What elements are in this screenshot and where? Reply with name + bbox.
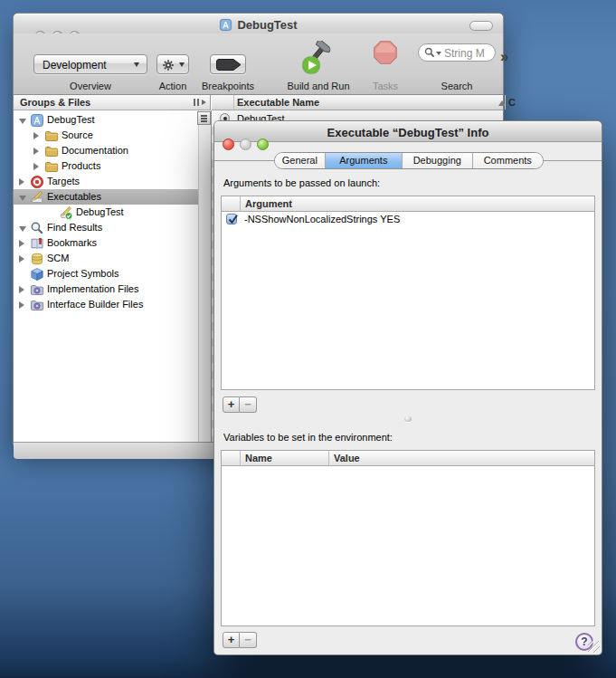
main-toolbar: Development Overview Action Breakpoints [14, 33, 503, 95]
sidebar-item-label: Products [62, 160, 100, 171]
sidebar-scrollbar[interactable] [198, 110, 211, 442]
xcode-project-icon [30, 113, 44, 128]
disclosure-triangle-icon[interactable] [19, 226, 26, 232]
sidebar-item-source[interactable]: Source [14, 128, 198, 143]
search-icon [424, 47, 435, 58]
folder-icon [44, 144, 59, 158]
disclosure-triangle-icon[interactable] [19, 119, 26, 124]
sidebar-item-find-results[interactable]: Find Results [14, 220, 198, 235]
sidebar-item-label: Project Symbols [47, 268, 118, 279]
sidebar-item-implementation-files[interactable]: Implementation Files [14, 282, 198, 297]
sidebar-item-project-symbols[interactable]: Project Symbols [14, 266, 198, 282]
variables-table[interactable]: Name Value [221, 450, 595, 626]
add-variable-button[interactable]: + [223, 632, 240, 648]
search-input[interactable]: String M [418, 43, 496, 62]
sidebar-item-label: Bookmarks [47, 237, 97, 248]
argument-row[interactable]: -NSShowNonLocalizedStrings YES [222, 212, 594, 227]
tasks-label: Tasks [373, 81, 398, 91]
sidebar-item-label: Targets [47, 176, 80, 186]
sidebar-item-label: Find Results [47, 222, 102, 233]
sidebar-collapse-control[interactable] [192, 98, 206, 108]
tab-comments[interactable]: Comments [473, 153, 543, 168]
folder-icon [44, 129, 59, 143]
sidebar-item-debugtest[interactable]: DebugTest [14, 112, 198, 128]
desktop: DebugTest Development Overview Action [0, 0, 616, 678]
folder-icon [44, 159, 59, 174]
target-icon [30, 175, 44, 189]
sidebar-tree: DebugTestSourceDocumentationProductsTarg… [14, 110, 198, 442]
argument-checkbox[interactable] [226, 214, 237, 224]
sidebar-item-scm[interactable]: SCM [14, 251, 198, 266]
tab-debugging[interactable]: Debugging [403, 153, 472, 168]
disclosure-triangle-icon[interactable] [19, 178, 24, 186]
executable-info-window: Executable “DebugTest” Info GeneralArgum… [213, 120, 602, 655]
sidebar-item-debugtest[interactable]: DebugTest [14, 205, 198, 220]
sidebar-item-products[interactable]: Products [14, 158, 198, 174]
resize-grip[interactable] [588, 641, 600, 653]
sidebar-item-label: DebugTest [76, 206, 124, 217]
chevron-down-icon [134, 62, 139, 67]
sidebar-item-label: Source [62, 129, 93, 140]
disclosure-triangle-icon[interactable] [33, 148, 39, 155]
variables-table-header[interactable]: Name Value [222, 451, 594, 466]
next-column-header: C [508, 97, 516, 108]
sidebar-item-executables[interactable]: Executables [14, 189, 198, 205]
arguments-table-body: -NSShowNonLocalizedStrings YES [222, 212, 594, 389]
close-icon[interactable] [223, 138, 234, 150]
variables-add-remove: + − [223, 632, 257, 648]
disclosure-triangle-icon[interactable] [33, 132, 39, 139]
executable-icon [30, 190, 44, 205]
toolbar-overflow-chevron[interactable]: » [500, 48, 508, 66]
search-label: Search [441, 81, 473, 91]
splitter-dimple-icon[interactable] [404, 416, 412, 422]
disclosure-triangle-icon[interactable] [19, 301, 24, 309]
toolbar-toggle-pill[interactable] [469, 21, 493, 31]
disclosure-triangle-icon[interactable] [19, 240, 24, 247]
tasks-button [373, 40, 398, 69]
executable-name-column-header[interactable]: Executable Name C [212, 95, 503, 110]
book-icon [30, 236, 44, 251]
add-argument-button[interactable]: + [223, 396, 240, 413]
arguments-add-remove: + − [223, 396, 257, 413]
tab-bar: GeneralArgumentsDebuggingComments [274, 152, 544, 169]
sidebar-item-label: DebugTest [47, 114, 95, 125]
breakpoints-label: Breakpoints [202, 81, 254, 91]
disclosure-triangle-icon[interactable] [19, 196, 26, 201]
remove-argument-button[interactable]: − [240, 396, 257, 413]
sidebar-item-documentation[interactable]: Documentation [14, 143, 198, 158]
sidebar-item-label: Documentation [62, 145, 128, 156]
sidebar-header: Groups & Files [14, 95, 211, 110]
build-and-run-button[interactable] [299, 41, 337, 81]
arguments-section-label: Arguments to be passed on launch: [223, 177, 380, 188]
action-button[interactable] [156, 54, 189, 74]
search-placeholder: String M [444, 47, 485, 60]
variables-section-label: Variables to be set in the environment: [223, 432, 393, 443]
main-window-title: DebugTest [14, 18, 503, 34]
executable-check-icon [59, 205, 73, 220]
sidebar-item-label: Implementation Files [47, 283, 139, 294]
disclosure-triangle-icon[interactable] [19, 255, 24, 263]
sidebar-item-bookmarks[interactable]: Bookmarks [14, 235, 198, 251]
disclosure-triangle-icon[interactable] [33, 163, 39, 170]
sidebar-item-targets[interactable]: Targets [14, 174, 198, 189]
breakpoints-button[interactable] [210, 54, 246, 74]
arguments-table[interactable]: Argument -NSShowNonLocalizedStrings YES [221, 196, 595, 390]
overview-dropdown[interactable]: Development [33, 54, 147, 74]
arguments-table-header[interactable]: Argument [222, 196, 594, 212]
smart-folder-icon [30, 298, 44, 312]
main-titlebar[interactable]: DebugTest [14, 14, 503, 34]
chevron-down-icon [436, 52, 441, 55]
gear-icon [161, 58, 175, 72]
zoom-icon[interactable] [257, 138, 269, 150]
sidebar-item-interface-builder-files[interactable]: Interface Builder Files [14, 297, 198, 312]
tab-arguments[interactable]: Arguments [326, 153, 403, 168]
sidebar-item-label: Executables [47, 191, 101, 202]
hammer-run-icon [299, 41, 337, 77]
disclosure-triangle-icon[interactable] [19, 286, 24, 293]
info-window-title: Executable “DebugTest” Info [327, 126, 489, 139]
tab-general[interactable]: General [275, 153, 326, 168]
minimize-icon [240, 138, 251, 150]
remove-variable-button[interactable]: − [240, 632, 257, 648]
split-view-button[interactable] [197, 111, 211, 125]
info-titlebar[interactable]: Executable “DebugTest” Info [214, 121, 602, 142]
